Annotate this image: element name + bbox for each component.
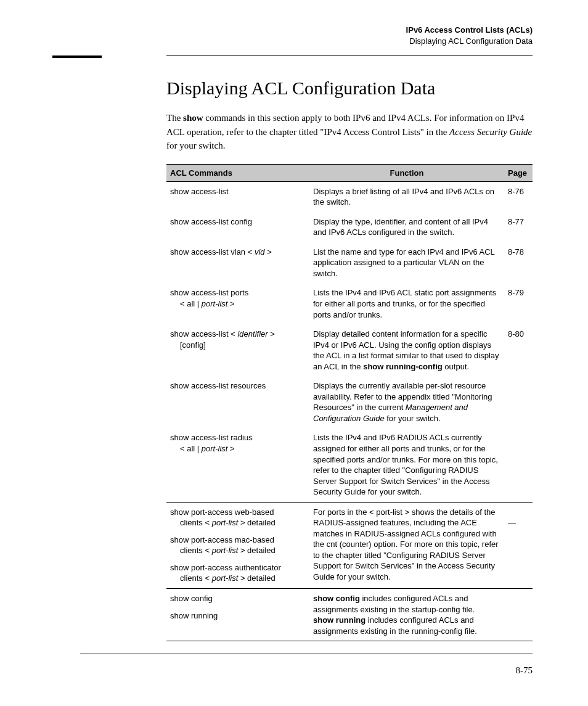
intro-text: The	[166, 113, 183, 123]
col-header-commands: ACL Commands	[166, 164, 309, 181]
page-number: 8-75	[80, 665, 533, 676]
cmd-text: show config	[170, 593, 306, 604]
cmd-block: show port-access web-based clients < por…	[170, 507, 306, 528]
cmd-cell: show access-list vlan < vid >	[166, 242, 309, 284]
table-row: show config show running show config inc…	[166, 589, 533, 641]
cmd-cell: show config show running	[166, 589, 309, 641]
table-row: show port-access web-based clients < por…	[166, 502, 533, 588]
cmd-cell: show access-list < identifier > [config]	[166, 324, 309, 376]
cmd-text: show port-access authenticator	[170, 563, 281, 572]
intro-ital: Access Security Guide	[449, 127, 532, 137]
header-chapter: IPv6 Access Control Lists (ACLs)	[80, 25, 533, 36]
cmd-ital: port-list	[212, 546, 239, 555]
cmd-block: show port-access authenticator clients <…	[170, 562, 306, 584]
table-row: show access-list radius < all | port-lis…	[166, 428, 533, 502]
header-section: Displaying ACL Configuration Data	[80, 36, 533, 47]
func-cell: Displays the currently available per-slo…	[309, 376, 504, 428]
rule-thick	[52, 55, 102, 58]
running-header: IPv6 Access Control Lists (ACLs) Display…	[80, 25, 533, 46]
cmd-sub: clients < port-list > detailed	[170, 545, 306, 556]
cmd-text: >	[227, 299, 234, 308]
cmd-text: >	[227, 444, 234, 453]
rule-thin	[166, 55, 533, 56]
func-cell: Display the type, identifier, and conten…	[309, 212, 504, 242]
func-text: output.	[443, 362, 469, 371]
cmd-sub: clients < port-list > detailed	[170, 573, 306, 584]
page-cell	[504, 376, 533, 428]
intro-paragraph: The show commands in this section apply …	[166, 111, 533, 153]
cmd-text: clients <	[180, 573, 212, 583]
cmd-text: show access-list <	[170, 329, 237, 339]
intro-text: for your switch.	[166, 141, 225, 150]
cmd-cell: show access-list config	[166, 212, 309, 242]
table-row: show access-list < identifier > [config]…	[166, 324, 533, 376]
cmd-text: < all |	[180, 444, 202, 453]
func-bold: show config	[313, 594, 360, 603]
cmd-text: show access-list ports	[170, 288, 248, 297]
cmd-cell: show access-list ports < all | port-list…	[166, 283, 309, 324]
section-title: Displaying ACL Configuration Data	[166, 78, 533, 99]
cmd-text: show running	[170, 610, 306, 622]
cmd-ital: port-list	[212, 518, 239, 527]
page-cell: 8-77	[504, 212, 533, 242]
table-row: show access-list ports < all | port-list…	[166, 283, 533, 324]
cmd-cell: show access-list resources	[166, 376, 309, 428]
func-cell: show config includes configured ACLs and…	[309, 589, 504, 641]
intro-bold: show	[183, 113, 203, 123]
cmd-text: > detailed	[238, 518, 275, 527]
table-row: show access-list config Display the type…	[166, 212, 533, 242]
cmd-text: clients <	[180, 518, 212, 527]
cmd-text: clients <	[180, 546, 212, 555]
cmd-ital: port-list	[202, 444, 228, 453]
table-row: show access-list Displays a brief listin…	[166, 181, 533, 212]
page-cell: 8-80	[504, 324, 533, 376]
col-header-function: Function	[309, 164, 504, 181]
page-cell: 8-79	[504, 283, 533, 324]
footer-rule	[80, 654, 533, 654]
cmd-text: show access-list radius	[170, 433, 253, 442]
table-header-row: ACL Commands Function Page	[166, 164, 533, 181]
func-bold: show running-config	[363, 362, 443, 371]
acl-commands-table: ACL Commands Function Page show access-l…	[166, 164, 533, 642]
cmd-text: show access-list vlan <	[170, 247, 255, 257]
page-cell	[504, 428, 533, 502]
cmd-cell: show access-list	[166, 181, 309, 212]
func-cell: For ports in the < port-list > shows the…	[309, 502, 504, 588]
func-bold: show running	[313, 615, 365, 625]
cmd-ital: identifier	[237, 329, 267, 339]
cmd-text: show port-access mac-based	[170, 535, 274, 544]
func-cell: Lists the IPv4 and IPv6 ACL static port …	[309, 283, 504, 324]
table-row: show access-list vlan < vid > List the n…	[166, 242, 533, 284]
cmd-text: show port-access web-based	[170, 507, 274, 517]
cmd-ital: port-list	[202, 299, 228, 308]
table-row: show access-list resources Displays the …	[166, 376, 533, 428]
cmd-text: > detailed	[238, 546, 275, 555]
page-dash: —	[508, 518, 516, 527]
cmd-ital: port-list	[212, 573, 239, 583]
content-area: Displaying ACL Configuration Data The sh…	[166, 78, 533, 641]
cmd-text: >	[265, 247, 272, 257]
cmd-cell: show access-list radius < all | port-lis…	[166, 428, 309, 502]
page-cell: 8-78	[504, 242, 533, 284]
cmd-sub: < all | port-list >	[170, 298, 306, 310]
page-cell: —	[504, 502, 533, 588]
cmd-block: show port-access mac-based clients < por…	[170, 535, 306, 556]
func-cell: Displays a brief listing of all IPv4 and…	[309, 181, 504, 212]
func-cell: List the name and type for each IPv4 and…	[309, 242, 504, 284]
document-page: IPv6 Access Control Lists (ACLs) Display…	[0, 0, 588, 694]
func-cell: Lists the IPv4 and IPv6 RADIUS ACLs curr…	[309, 428, 504, 502]
cmd-text: > detailed	[238, 573, 275, 583]
cmd-text: < all |	[180, 299, 202, 308]
cmd-ital: vid	[255, 247, 265, 257]
cmd-sub: < all | port-list >	[170, 443, 306, 454]
func-text: for your switch.	[385, 414, 441, 423]
page-cell	[504, 589, 533, 641]
section-rule	[80, 55, 533, 56]
cmd-sub: clients < port-list > detailed	[170, 517, 306, 528]
page-cell: 8-76	[504, 181, 533, 212]
func-cell: Display detailed content information for…	[309, 324, 504, 376]
cmd-cell: show port-access web-based clients < por…	[166, 502, 309, 588]
cmd-text: >	[268, 329, 275, 339]
cmd-sub: [config]	[170, 340, 306, 351]
col-header-page: Page	[504, 164, 533, 181]
